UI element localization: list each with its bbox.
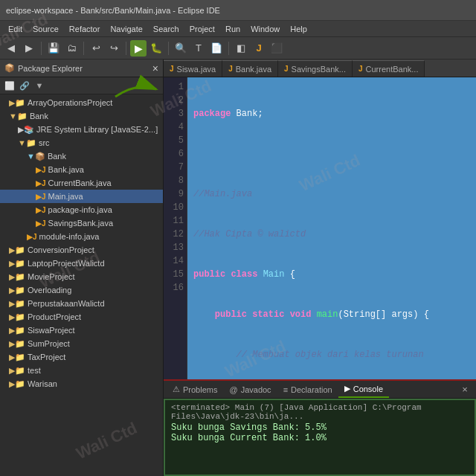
tree-item-warisan[interactable]: ▶📁 Warisan — [0, 377, 163, 390]
tree-item-module-info-label: module-info.java — [39, 232, 100, 241]
tree-item-movie-label: MovieProject — [28, 272, 75, 281]
tree-item-sum[interactable]: ▶📁 SumProject — [0, 337, 163, 350]
code-line-7: // Membuat objek dari kelas turunan — [193, 348, 470, 361]
code-content[interactable]: package Bank; //Main.java //Hak Cipta © … — [187, 77, 476, 379]
tab-savings-label: SavingsBank... — [292, 65, 346, 74]
open-type-btn[interactable]: T — [190, 40, 207, 57]
undo-btn[interactable]: ↩ — [88, 40, 104, 57]
menu-window[interactable]: Window — [245, 23, 285, 35]
toolbar: ◀ ▶ 💾 🗂 ↩ ↪ ▶ 🐛 🔍 T 📄 ◧ J ⬛ — [0, 37, 476, 60]
declaration-icon: ≡ — [283, 385, 288, 394]
open-resource-btn[interactable]: 📄 — [208, 40, 225, 57]
tree-item-savingsbank[interactable]: ▶J SavingsBank.java — [0, 216, 163, 230]
menu-help[interactable]: Help — [285, 23, 312, 35]
tree-item-bank-java[interactable]: ▶J Bank.java — [0, 163, 163, 176]
tree-item-currentbank-label: CurrentBank.java — [48, 178, 112, 187]
console-tab-javadoc[interactable]: @ Javadoc — [223, 382, 277, 398]
tree-item-bank[interactable]: ▼📁 Bank — [0, 109, 163, 123]
menu-source[interactable]: Source — [28, 23, 64, 35]
java-file-icon5: ▶J — [36, 219, 46, 228]
toolbar-sep1 — [41, 42, 42, 55]
tree-item-arrayops[interactable]: ▶📁 ArrayOperationsProject — [0, 96, 163, 109]
folder-icon-bank: ▼📁 — [9, 112, 28, 121]
folder-icon-conv: ▶📁 — [9, 245, 25, 255]
java-file-icon3: ▶J — [36, 193, 46, 201]
tree-item-bank-pkg-label: Bank — [48, 152, 66, 161]
forward-btn[interactable]: ▶ — [21, 40, 37, 57]
code-editor[interactable]: 1 2 3 4 5 6 7 8 9 10 11 12 13 14 15 16 p… — [164, 77, 476, 379]
toolbar-sep4 — [168, 42, 169, 55]
tab-siswa[interactable]: J Siswa.java — [164, 60, 222, 77]
tree-item-movie[interactable]: ▶📁 MovieProject — [0, 270, 163, 283]
tree-item-overloading[interactable]: ▶📁 Overloading — [0, 283, 163, 297]
tree-item-test[interactable]: ▶📁 test — [0, 364, 163, 377]
folder-icon-laptop: ▶📁 — [9, 259, 25, 268]
folder-icon-product: ▶📁 — [9, 312, 25, 322]
console-close-btn[interactable]: × — [457, 382, 473, 398]
problems-icon: ⚠ — [173, 385, 180, 394]
tree-item-product[interactable]: ▶📁 ProductProject — [0, 310, 163, 324]
sidebar: 📦 Package Explorer × ⬜ 🔗 ▼ ▶📁 ArrayOpera… — [0, 60, 164, 476]
tab-java-icon-savings: J — [284, 65, 289, 73]
console-icon: ▶ — [344, 384, 350, 393]
search-btn[interactable]: 🔍 — [173, 40, 189, 57]
tree-item-bank-pkg[interactable]: ▼📦 Bank — [0, 149, 163, 163]
tree-item-overloading-label: Overloading — [28, 286, 71, 295]
tab-bank-label: Bank.java — [236, 65, 271, 74]
menu-run[interactable]: Run — [220, 23, 245, 35]
java-perspective-btn[interactable]: J — [251, 40, 267, 57]
collapse-all-btn[interactable]: ⬜ — [3, 79, 16, 92]
link-with-editor-btn[interactable]: 🔗 — [18, 79, 31, 92]
sidebar-close-btn[interactable]: × — [152, 62, 158, 74]
tree-item-laptop[interactable]: ▶📁 LaptopProjectWalictd — [0, 257, 163, 270]
menu-edit[interactable]: Edit — [3, 23, 28, 35]
menu-navigate[interactable]: Navigate — [105, 23, 147, 35]
tree-item-currentbank[interactable]: ▶J CurrentBank.java — [0, 176, 163, 190]
tree-item-savingsbank-label: SavingsBank.java — [48, 219, 113, 228]
java-file-icon: ▶J — [36, 166, 46, 174]
toolbar-sep3 — [126, 42, 126, 55]
debug-btn[interactable]: 🐛 — [148, 40, 164, 57]
console-tab-declaration[interactable]: ≡ Declaration — [277, 382, 338, 398]
tree-item-main-java[interactable]: ▶J Main.java — [0, 190, 163, 203]
console-tab-problems[interactable]: ⚠ Problems — [167, 382, 223, 398]
tree-item-module-info[interactable]: ▶J module-info.java — [0, 230, 163, 243]
save-btn[interactable]: 💾 — [45, 40, 62, 57]
menu-search[interactable]: Search — [148, 23, 184, 35]
tab-current[interactable]: J CurrentBank... — [353, 60, 425, 77]
tree-item-siswa-label: SiswaProject — [28, 326, 75, 335]
view-menu-btn[interactable]: ▼ — [33, 79, 46, 92]
console-area: ⚠ Problems @ Javadoc ≡ Declaration ▶ Con… — [164, 379, 476, 476]
save-all-btn[interactable]: 🗂 — [63, 40, 80, 57]
folder-icon-siswa: ▶📁 — [9, 326, 25, 335]
tab-bank[interactable]: J Bank.java — [222, 60, 278, 77]
debug-perspective-btn[interactable]: ⬛ — [268, 40, 285, 57]
tree-item-sum-label: SumProject — [28, 339, 70, 348]
console-output-line2: Suku bunga Current Bank: 1.0% — [171, 433, 469, 443]
javadoc-icon: @ — [229, 385, 237, 394]
tree-item-jre[interactable]: ▶📚 JRE System Library [JavaSE-2...] — [0, 123, 163, 136]
tree-item-conversion[interactable]: ▶📁 ConversionProject — [0, 243, 163, 257]
tree-item-pkg-info[interactable]: ▶J package-info.java — [0, 203, 163, 216]
tree-item-perpustakaan[interactable]: ▶📁 PerpustakaanWalictd — [0, 297, 163, 310]
console-terminated: <terminated> Main (7) [Java Application]… — [171, 403, 469, 421]
menu-project[interactable]: Project — [184, 23, 220, 35]
run-button[interactable]: ▶ — [130, 40, 147, 57]
tree-item-src-label: src — [39, 138, 50, 147]
tree-item-product-label: ProductProject — [28, 312, 81, 321]
menu-refactor[interactable]: Refactor — [64, 23, 106, 35]
perspective-btn[interactable]: ◧ — [233, 40, 249, 57]
folder-icon-movie: ▶📁 — [9, 272, 25, 282]
tree-item-tax[interactable]: ▶📁 TaxProject — [0, 350, 163, 364]
tab-savings[interactable]: J SavingsBank... — [278, 60, 353, 77]
console-tab-console[interactable]: ▶ Console — [338, 382, 389, 398]
tree-item-bank-java-label: Bank.java — [48, 165, 84, 174]
back-btn[interactable]: ◀ — [3, 40, 19, 57]
sidebar-toolbar: ⬜ 🔗 ▼ — [0, 77, 163, 94]
tab-java-icon-current: J — [358, 65, 363, 73]
editor-area: J Siswa.java J Bank.java J SavingsBank..… — [164, 60, 476, 476]
redo-btn[interactable]: ↪ — [106, 40, 122, 57]
console-tab-bar: ⚠ Problems @ Javadoc ≡ Declaration ▶ Con… — [164, 381, 476, 399]
tree-item-siswa[interactable]: ▶📁 SiswaProject — [0, 324, 163, 337]
tree-item-src[interactable]: ▼📁 src — [0, 136, 163, 149]
